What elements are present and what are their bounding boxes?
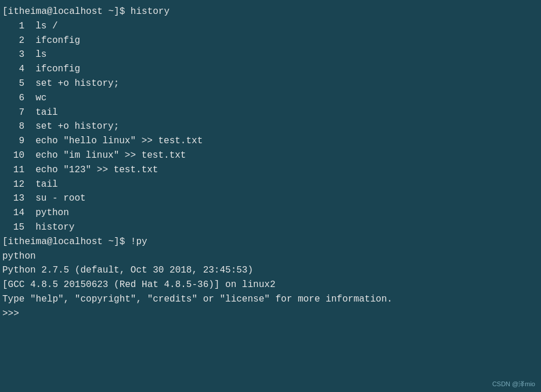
history-list: 1 ls /2 ifconfig3 ls4 ifconfig5 set +o h… [2, 19, 539, 235]
history-cmd: ls / [24, 21, 58, 31]
terminal-window: [itheima@localhost ~]$ history 1 ls /2 i… [0, 0, 541, 392]
history-number: 1 [2, 19, 24, 34]
history-entry: 3 ls [2, 48, 539, 62]
watermark-label: CSDN @泽mio [492, 380, 535, 389]
history-cmd: wc [24, 93, 46, 103]
history-cmd: echo "im linux" >> test.txt [24, 150, 186, 161]
history-number: 3 [2, 48, 24, 62]
history-entry: 5 set +o history; [2, 77, 539, 91]
history-cmd: set +o history; [24, 121, 119, 132]
history-cmd: history [24, 222, 74, 233]
history-cmd: tail [24, 179, 58, 190]
history-entry: 4 ifconfig [2, 62, 539, 77]
history-cmd: echo "123" >> test.txt [24, 165, 158, 175]
history-number: 13 [2, 191, 24, 206]
history-entry: 12 tail [2, 177, 539, 192]
history-cmd: python [24, 208, 69, 218]
history-entry: 2 ifconfig [2, 34, 539, 48]
history-number: 9 [2, 134, 24, 148]
history-cmd: ls [24, 49, 46, 60]
history-entry: 8 set +o history; [2, 119, 539, 134]
history-cmd: set +o history; [24, 78, 119, 89]
history-number: 7 [2, 106, 24, 120]
history-number: 10 [2, 148, 24, 163]
history-entry: 11 echo "123" >> test.txt [2, 163, 539, 177]
history-number: 8 [2, 119, 24, 134]
py-command-echo: python [2, 249, 539, 264]
history-cmd: su - root [24, 193, 86, 204]
history-number: 12 [2, 177, 24, 192]
history-entry: 6 wc [2, 91, 539, 106]
history-entry: 9 echo "hello linux" >> test.txt [2, 134, 539, 148]
history-entry: 7 tail [2, 106, 539, 120]
history-command-prompt: [itheima@localhost ~]$ history [2, 5, 539, 19]
gcc-line: [GCC 4.8.5 20150623 (Red Hat 4.8.5-36)] … [2, 278, 539, 292]
history-entry: 13 su - root [2, 191, 539, 206]
history-entry: 10 echo "im linux" >> test.txt [2, 148, 539, 163]
history-cmd: ifconfig [24, 35, 80, 46]
history-number: 11 [2, 163, 24, 177]
history-cmd: ifconfig [24, 64, 80, 74]
history-number: 5 [2, 77, 24, 91]
history-number: 2 [2, 34, 24, 48]
history-number: 4 [2, 62, 24, 77]
history-number: 14 [2, 206, 24, 220]
history-entry: 15 history [2, 220, 539, 235]
history-cmd: tail [24, 107, 58, 118]
history-number: 6 [2, 91, 24, 106]
python-version-line: Python 2.7.5 (default, Oct 30 2018, 23:4… [2, 263, 539, 278]
history-entry: 14 python [2, 206, 539, 220]
history-entry: 1 ls / [2, 19, 539, 34]
repl-prompt[interactable]: >>> [2, 307, 539, 321]
history-number: 15 [2, 220, 24, 235]
py-command-prompt: [itheima@localhost ~]$ !py [2, 235, 539, 249]
history-cmd: echo "hello linux" >> test.txt [24, 136, 203, 146]
type-line: Type "help", "copyright", "credits" or "… [2, 292, 539, 307]
